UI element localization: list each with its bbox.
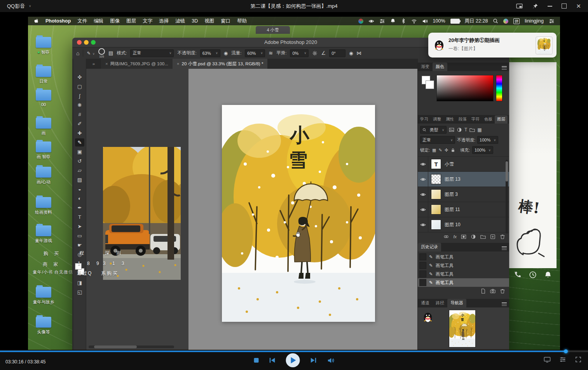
path-selection-tool[interactable]: ➤ [75,222,84,230]
progress-bar[interactable] [0,351,588,352]
layer-visibility-eye-icon[interactable] [418,217,428,232]
filter-smart-icon[interactable]: ▦ [477,127,482,133]
ime-badge[interactable]: 拼 [513,18,520,24]
doc-tab-reference[interactable]: × 网络IMG_7609.JPG @ 100... [101,59,173,69]
volume-button[interactable] [327,357,334,364]
history-step-current[interactable]: ✎画笔工具 [418,278,509,287]
desktop-folder[interactable]: 日常 [33,66,54,84]
new-group-icon[interactable] [480,234,486,239]
history-step[interactable]: ✎画笔工具 [418,270,509,278]
video-frame[interactable]: Photoshop 文件 编辑 图像 图层 文字 选择 滤镜 3D 视图 窗口 … [0,12,588,350]
desktop-folder[interactable]: 画 智存 [33,141,54,160]
apple-menu-icon[interactable] [33,18,39,24]
lock-position-icon[interactable]: ✜ [445,148,448,153]
delete-layer-icon[interactable] [500,234,505,239]
new-doc-from-state-icon[interactable] [480,288,486,294]
mini-screen-button[interactable] [544,356,551,363]
tab-history[interactable]: 历史记录 [418,243,441,251]
filter-group-icon[interactable] [469,127,475,133]
menu-layer[interactable]: 图层 [126,18,136,24]
quick-selection-tool[interactable]: ❋ [75,101,84,109]
history-source-well[interactable] [419,262,426,269]
qq-notification[interactable]: 20年李宁静第①期插画 一卷:【图片】 [428,33,557,58]
layer-blend-select[interactable]: 正常∨ [420,136,455,144]
desktop-folder[interactable]: 画/心动 [33,167,54,185]
history-source-well[interactable] [419,253,426,260]
close-tab-icon[interactable]: × [177,61,180,66]
clone-stamp-tool[interactable]: ▣ [75,148,84,156]
layers-scrollbar[interactable] [506,160,508,234]
layer-visibility-eye-icon[interactable] [418,202,428,217]
player-app-menu[interactable]: QQ影音 [7,3,25,10]
screen-mode-icon[interactable]: ◱ [75,288,84,296]
opacity-select[interactable]: 63%∨ [200,49,220,57]
volume-icon[interactable] [422,18,428,24]
navigator-thumbnail[interactable] [449,310,476,347]
tab-properties[interactable]: 属性 [443,115,456,124]
tab-paths[interactable]: 路径 [433,299,447,307]
layer-visibility-eye-icon[interactable] [418,187,428,202]
eyedropper-tool[interactable]: ✐ [75,120,84,128]
hand-tool[interactable]: ☛ [75,241,84,249]
background-doc-tab[interactable]: 4 小雪 [256,26,290,34]
layer-thumbnail[interactable] [431,174,441,184]
lock-pixels-icon[interactable]: ✎ [438,148,442,153]
pip-button[interactable] [516,3,523,9]
history-step[interactable]: ✎画笔工具 [418,261,509,270]
layer-row[interactable]: 图层 10 [418,217,509,232]
bell-icon[interactable] [544,271,552,279]
menubar-clock[interactable]: 周日 22:28 [465,18,488,24]
layer-row-selected[interactable]: 图层 13 [418,172,509,187]
menubar-username[interactable]: liningjing [525,18,544,24]
playlist-settings-button[interactable] [559,356,566,363]
previous-button[interactable] [269,357,276,364]
progress-knob[interactable] [564,349,568,353]
new-layer-icon[interactable] [490,234,496,239]
doc-tab-active[interactable]: × 20 小雪.psd @ 33.3% (图层 13, RGB/8) * [173,59,268,69]
layer-thumbnail[interactable] [431,220,441,230]
filter-type-icon[interactable]: T [464,127,467,133]
tab-learn[interactable]: 学习 [418,115,431,124]
hue-strip[interactable] [496,75,503,101]
panel-menu-icon[interactable] [502,66,507,70]
quick-mask-icon[interactable]: ◨ [75,279,84,287]
eraser-tool[interactable]: ▱ [75,166,84,175]
symmetry-icon[interactable]: ⋈ [357,50,362,56]
layer-visibility-eye-icon[interactable] [418,172,428,187]
desktop-folder[interactable]: 绘画资料 [33,197,54,215]
canvas-pane[interactable] [188,69,418,350]
menu-help[interactable]: 帮助 [237,18,247,24]
notification-bell-icon[interactable] [390,18,396,24]
desktop-folder[interactable]: 童年游戏 [33,225,54,244]
layer-thumbnail[interactable] [431,189,441,199]
tab-paragraph[interactable]: 段落 [456,115,469,124]
spotlight-search-icon[interactable] [493,18,498,24]
layer-style-fx-button[interactable]: fx [453,234,457,239]
fullscreen-button[interactable] [575,356,582,363]
tab-gradient[interactable]: 渐变 [418,63,433,71]
toggle-brush-panel-icon[interactable]: ▤ [108,50,113,56]
layer-row[interactable]: 图层 3 [418,187,509,202]
blend-mode-select[interactable]: 正常∨ [130,49,174,57]
crop-tool[interactable]: # [75,110,84,119]
brush-preset-icon[interactable]: ✎∨ [87,51,95,56]
phone-icon[interactable] [514,271,522,279]
move-tool[interactable]: ✜ [75,73,84,81]
saturation-square[interactable] [436,75,494,101]
home-icon[interactable]: ⌂ [76,50,79,56]
angle-field[interactable]: 0° [329,49,345,57]
layer-filter-select[interactable]: 类型∨ [420,126,447,134]
stop-button[interactable] [254,358,258,363]
tab-navigator[interactable]: 导航器 [447,299,466,307]
menu-3d[interactable]: 3D [192,18,198,24]
collapse-dock-icon[interactable]: » [86,59,101,69]
type-tool[interactable]: T [75,213,84,221]
menu-file[interactable]: 文件 [77,18,87,24]
layer-row[interactable]: 图层 11 [418,202,509,217]
smoothing-gear-icon[interactable] [312,51,318,56]
layer-opacity-select[interactable]: 100%∨ [477,136,498,144]
lock-all-icon[interactable] [450,148,455,153]
panel-menu-icon[interactable] [502,246,507,250]
lasso-tool[interactable]: ʃ [75,92,84,100]
tab-color[interactable]: 颜色 [433,63,447,71]
